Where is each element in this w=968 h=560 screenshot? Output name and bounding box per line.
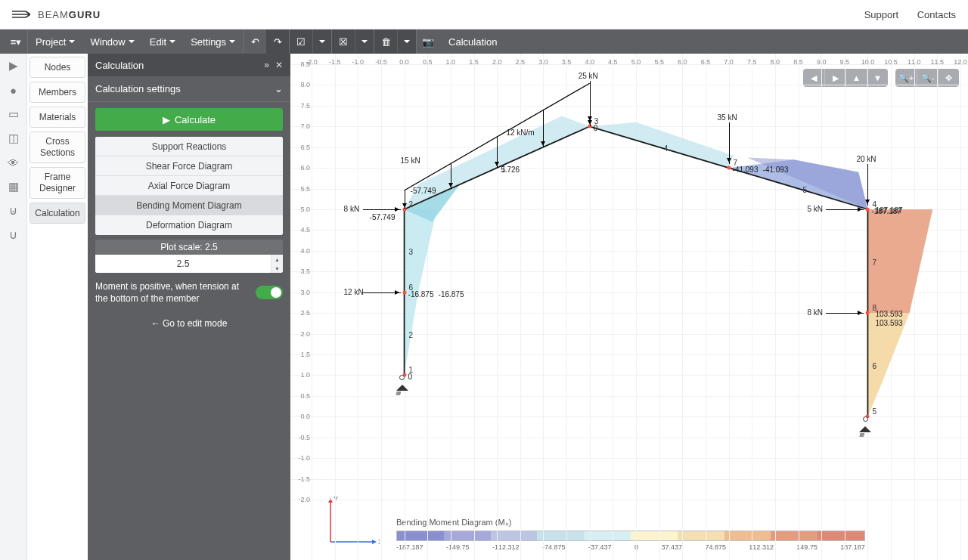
grid-icon[interactable]: ▦ <box>0 175 26 199</box>
undo-button[interactable]: ↶ <box>244 29 266 54</box>
menu-icon[interactable]: ≡▾ <box>5 29 27 54</box>
plot-scale-input[interactable] <box>95 255 271 273</box>
member-tool-icon[interactable]: ▭ <box>0 102 26 126</box>
diagram-deformation[interactable]: Deformation Diagram <box>95 215 283 235</box>
brand-logo-icon <box>12 9 30 20</box>
redo-button[interactable]: ↷ <box>266 29 289 54</box>
left-rail: ▶ ● ▭ ◫ 👁 ▦ ⊍ ∪ <box>0 54 27 560</box>
edit-menu[interactable]: Edit <box>142 29 183 54</box>
legend-title: Bending Moment Diagram (Mₓ) <box>396 518 865 528</box>
node-tool-icon[interactable]: ● <box>0 78 26 102</box>
support-link[interactable]: Support <box>864 9 899 20</box>
area-tool-icon[interactable]: ◫ <box>0 126 26 150</box>
pan-right-button[interactable]: ▶ <box>824 69 845 87</box>
nav-frame-designer[interactable]: Frame Designer <box>29 167 85 199</box>
scale-down-button[interactable]: ▼ <box>271 264 283 273</box>
moment-sign-label: Moment is positive, when tension at the … <box>95 280 248 305</box>
diagram-bending-moment[interactable]: Bending Moment Diagram <box>95 196 283 215</box>
brand: BEAMGURU <box>12 9 101 20</box>
chevron-down-icon <box>361 40 368 46</box>
delete-dropdown[interactable] <box>397 29 416 54</box>
chevron-down-icon <box>229 40 235 46</box>
magnet-icon[interactable]: ∪ <box>0 223 26 247</box>
edit-mode-link[interactable]: ← Go to edit mode <box>95 318 283 329</box>
contacts-link[interactable]: Contacts <box>917 9 956 20</box>
close-icon[interactable]: ✕ <box>275 60 283 70</box>
calc-label: Calculation <box>448 36 497 48</box>
chevron-down-icon <box>129 40 135 46</box>
brand-text: BEAMGURU <box>38 9 101 20</box>
chevron-down-icon <box>319 40 325 46</box>
calc-panel: Calculation » ✕ Calculation settings⌄ ▶C… <box>88 54 290 560</box>
select-tool-icon[interactable]: ▶ <box>0 54 26 78</box>
nav-members[interactable]: Members <box>29 82 85 103</box>
window-menu[interactable]: Window <box>82 29 141 54</box>
settings-menu[interactable]: Settings <box>183 29 243 54</box>
moment-sign-toggle[interactable] <box>256 286 283 299</box>
chevron-down-icon <box>169 40 175 46</box>
legend-bar <box>396 531 865 541</box>
scale-up-button[interactable]: ▲ <box>271 255 283 264</box>
plot-scale-label: Plot scale: 2.5 <box>95 240 283 255</box>
play-icon: ▶ <box>163 114 170 125</box>
legend: Bending Moment Diagram (Mₓ) -187.187-149… <box>396 518 865 551</box>
snap-icon[interactable]: ⊍ <box>0 199 26 223</box>
legend-ticks: -187.187-149.75-112.312-74.875-37.437037… <box>396 543 865 551</box>
zoom-fit-button[interactable]: ✥ <box>938 69 959 87</box>
svg-marker-1 <box>372 540 377 544</box>
nav-nodes[interactable]: Nodes <box>29 57 85 78</box>
svg-text:X: X <box>378 538 380 546</box>
check-button[interactable]: ☑ <box>290 29 312 54</box>
chevron-down-icon: ⌄ <box>275 83 283 94</box>
eye-icon[interactable]: 👁 <box>0 150 26 175</box>
nav-materials[interactable]: Materials <box>29 107 85 128</box>
mid-nav: Nodes Members Materials Cross Sections F… <box>27 54 88 560</box>
uncheck-dropdown[interactable] <box>355 29 374 54</box>
collapse-icon[interactable]: » <box>264 60 269 70</box>
calculate-button[interactable]: ▶Calculate <box>95 108 283 131</box>
svg-marker-4 <box>328 498 333 503</box>
nav-cross-sections[interactable]: Cross Sections <box>29 131 85 163</box>
pan-down-button[interactable]: ▼ <box>867 69 888 87</box>
pan-group: ◀ ▶ ▲ ▼ <box>803 69 888 87</box>
zoom-group: 🔍+ 🔍- ✥ <box>895 69 959 87</box>
pan-up-button[interactable]: ▲ <box>845 69 867 87</box>
chevron-down-icon <box>69 40 75 46</box>
uncheck-button[interactable]: ☒ <box>332 29 355 54</box>
panel-header: Calculation » ✕ <box>88 54 290 76</box>
diagram-shear-force[interactable]: Shear Force Diagram <box>95 156 283 176</box>
diagram-list: Support Reactions Shear Force Diagram Ax… <box>95 137 283 235</box>
diagram-canvas[interactable]: ◀ ▶ ▲ ▼ 🔍+ 🔍- ✥ Bending Moment Diagram (… <box>290 54 968 560</box>
diagram-support-reactions[interactable]: Support Reactions <box>95 137 283 156</box>
project-menu[interactable]: Project <box>28 29 82 54</box>
nav-calculation[interactable]: Calculation <box>29 203 85 224</box>
diagram-axial-force[interactable]: Axial Force Diagram <box>95 176 283 196</box>
camera-button[interactable]: 📷 <box>417 29 439 54</box>
chevron-down-icon <box>404 40 410 46</box>
svg-marker-12 <box>867 209 932 313</box>
delete-button[interactable]: 🗑 <box>374 29 397 54</box>
main-toolbar: ≡▾ Project Window Edit Settings ↶ ↷ ☑ ☒ … <box>0 29 968 54</box>
calc-settings-section[interactable]: Calculation settings⌄ <box>88 76 290 102</box>
check-dropdown[interactable] <box>312 29 331 54</box>
zoom-out-button[interactable]: 🔍- <box>917 69 938 87</box>
svg-marker-9 <box>590 122 734 168</box>
